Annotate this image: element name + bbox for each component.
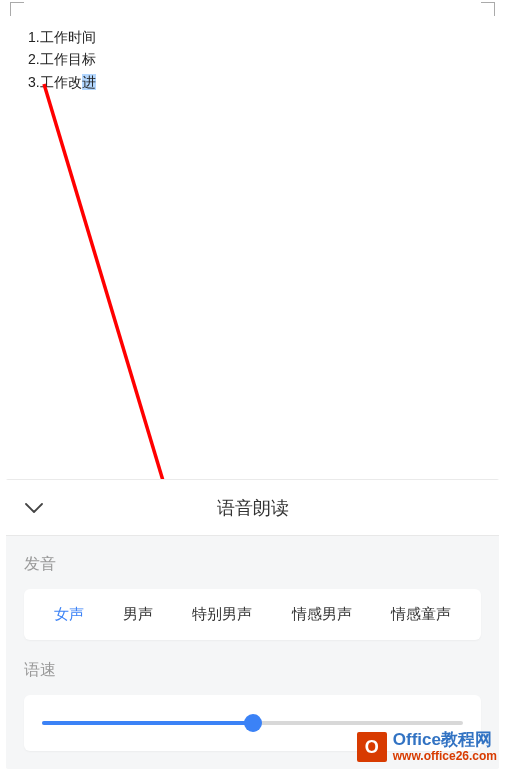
panel-title: 语音朗读 <box>6 496 499 520</box>
slider-thumb[interactable] <box>244 714 262 732</box>
document-text[interactable]: 1.工作时间 2.工作目标 3.工作改进 <box>16 16 489 93</box>
speed-section-label: 语速 <box>24 660 481 681</box>
panel-header: 语音朗读 <box>6 480 499 536</box>
voice-option-male[interactable]: 男声 <box>123 605 153 624</box>
chevron-down-icon <box>23 497 45 519</box>
doc-line-3: 3.工作改进 <box>28 71 489 93</box>
doc-line-1: 1.工作时间 <box>28 26 489 48</box>
crop-mark-top-left <box>10 2 24 16</box>
voice-option-female[interactable]: 女声 <box>54 605 84 624</box>
doc-line-2: 2.工作目标 <box>28 48 489 70</box>
voice-section-label: 发音 <box>24 554 481 575</box>
speed-slider[interactable] <box>42 721 463 725</box>
speed-slider-container <box>24 695 481 751</box>
voice-reading-panel: 语音朗读 发音 女声 男声 特别男声 情感男声 情感童声 语速 <box>6 480 499 769</box>
voice-option-emotion-male[interactable]: 情感男声 <box>292 605 352 624</box>
voice-option-special-male[interactable]: 特别男声 <box>192 605 252 624</box>
panel-body: 发音 女声 男声 特别男声 情感男声 情感童声 语速 <box>6 536 499 769</box>
voice-options-group: 女声 男声 特别男声 情感男声 情感童声 <box>24 589 481 640</box>
selected-text: 进 <box>82 74 96 90</box>
document-area: 1.工作时间 2.工作目标 3.工作改进 <box>0 0 505 460</box>
collapse-button[interactable] <box>6 480 62 536</box>
slider-fill <box>42 721 253 725</box>
crop-mark-top-right <box>481 2 495 16</box>
voice-option-emotion-child[interactable]: 情感童声 <box>391 605 451 624</box>
